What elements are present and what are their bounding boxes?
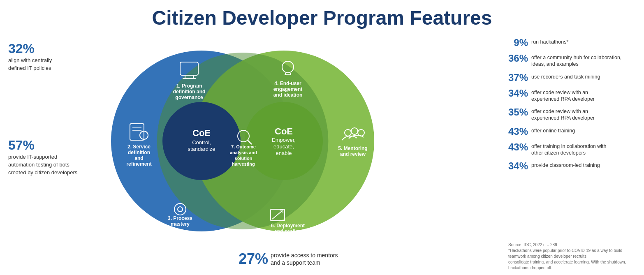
- stat-row-43a: 43% offer online training: [504, 126, 636, 137]
- stat-row-9: 9% run hackathons*: [504, 37, 636, 49]
- svg-text:4. End-user: 4. End-user: [274, 81, 301, 86]
- svg-text:and ideation: and ideation: [273, 92, 303, 98]
- svg-text:and: and: [134, 155, 143, 161]
- svg-text:CoE: CoE: [275, 126, 293, 136]
- venn-diagram: CoE Control, standardize CoE Empower, ed…: [86, 28, 415, 262]
- source-note: Source: IDC, 2022 n = 289 *Hackathons we…: [508, 242, 632, 271]
- svg-text:definition and: definition and: [173, 89, 206, 95]
- stat-pct-32: 32%: [8, 41, 95, 56]
- svg-text:1. Program: 1. Program: [176, 83, 202, 89]
- svg-text:5. Mentoring: 5. Mentoring: [338, 146, 367, 151]
- left-stats-panel: 32% align with centrallydefined IT polic…: [8, 41, 95, 184]
- stat-text-36: offer a community hub for collaboration,…: [531, 53, 621, 68]
- stat-text-35: offer code review with anexperienced RPA…: [531, 106, 595, 122]
- stat-text-32: align with centrallydefined IT policies: [8, 57, 52, 71]
- stat-pct-37: 37%: [504, 72, 528, 83]
- stat-text-43a: offer online training: [531, 126, 575, 134]
- stat-row-36: 36% offer a community hub for collaborat…: [504, 53, 636, 68]
- svg-text:refinement: refinement: [126, 161, 151, 167]
- stat-text-34b: provide classroom-led training: [531, 160, 600, 169]
- svg-text:Control,: Control,: [192, 139, 211, 146]
- svg-text:solution: solution: [235, 156, 253, 161]
- stat-text-34a: offer code review with anexperienced RPA…: [531, 88, 595, 103]
- svg-text:definition: definition: [128, 150, 150, 155]
- stat-pct-34b: 34%: [504, 160, 528, 172]
- stat-pct-57: 57%: [8, 138, 95, 153]
- svg-text:mastery: mastery: [171, 221, 190, 227]
- svg-text:6. Deployment: 6. Deployment: [271, 223, 305, 229]
- stat-row-34a: 34% offer code review with anexperienced…: [504, 88, 636, 103]
- svg-text:and scaling: and scaling: [274, 229, 301, 234]
- svg-text:governance: governance: [175, 95, 203, 100]
- stat-pct-36: 36%: [504, 53, 528, 64]
- stat-pct-35: 35%: [504, 106, 528, 118]
- right-stats-panel: 9% run hackathons* 36% offer a community…: [504, 37, 636, 176]
- svg-text:harvesting: harvesting: [232, 162, 255, 166]
- stat-text-9: run hackathons*: [531, 37, 568, 45]
- stat-text-43b: offer training in collaboration withothe…: [531, 141, 607, 157]
- svg-text:and review: and review: [340, 151, 366, 157]
- svg-text:CoE: CoE: [192, 128, 211, 138]
- svg-text:analysis and: analysis and: [230, 150, 257, 155]
- stat-row-35: 35% offer code review with anexperienced…: [504, 106, 636, 122]
- stat-pct-34a: 34%: [504, 88, 528, 99]
- svg-text:Empower,: Empower,: [272, 137, 296, 143]
- svg-text:standardize: standardize: [188, 146, 215, 152]
- stat-block-57: 57% provide IT-supportedautomation testi…: [8, 138, 95, 176]
- stat-pct-43b: 43%: [504, 141, 528, 153]
- bottom-stats: 27% provide access to mentorsand a suppo…: [239, 250, 338, 268]
- stat-text-37: use recorders and task mining: [531, 72, 600, 80]
- svg-text:engagement: engagement: [273, 86, 303, 92]
- svg-text:enable: enable: [276, 150, 292, 156]
- page-title: Citizen Developer Program Features: [12, 7, 632, 29]
- bottom-text: provide access to mentorsand a support t…: [271, 252, 338, 266]
- stat-row-37: 37% use recorders and task mining: [504, 72, 636, 83]
- stat-text-57: provide IT-supportedautomation testing o…: [8, 154, 77, 176]
- stat-row-43b: 43% offer training in collaboration with…: [504, 141, 636, 157]
- svg-text:2. Service: 2. Service: [127, 144, 151, 150]
- stat-pct-9: 9%: [504, 37, 528, 49]
- stat-row-34b: 34% provide classroom-led training: [504, 160, 636, 172]
- stat-pct-43a: 43%: [504, 126, 528, 137]
- svg-text:educate,: educate,: [273, 143, 294, 150]
- bottom-pct: 27%: [239, 250, 268, 268]
- stat-block-32: 32% align with centrallydefined IT polic…: [8, 41, 95, 72]
- svg-text:3. Process: 3. Process: [168, 215, 192, 221]
- svg-text:7. Outcome: 7. Outcome: [231, 144, 256, 149]
